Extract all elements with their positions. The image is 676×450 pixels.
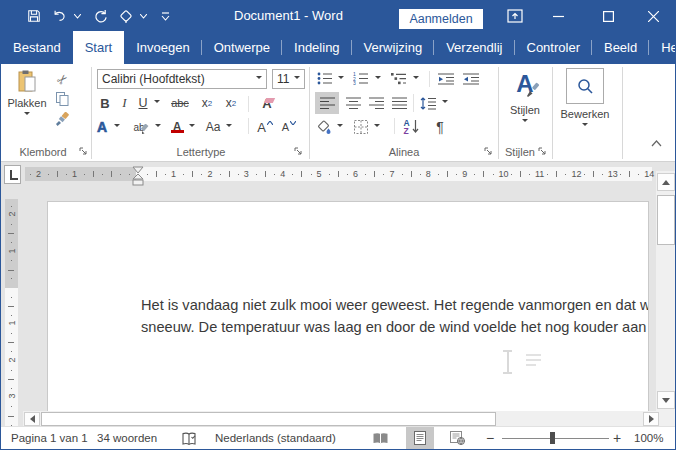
change-case-button[interactable]: Aa: [203, 116, 223, 138]
font-dialog-launcher[interactable]: [294, 147, 304, 157]
multilevel-list-button[interactable]: [389, 69, 409, 88]
touch-mode-button[interactable]: [115, 1, 137, 31]
text-effects-button[interactable]: A: [93, 116, 111, 138]
zoom-slider-track[interactable]: [502, 438, 609, 439]
horizontal-scroll-thumb[interactable]: [41, 412, 496, 426]
strikethrough-button[interactable]: abc: [167, 94, 193, 112]
paragraph-dialog-launcher[interactable]: [484, 147, 494, 157]
zoom-level[interactable]: 100%: [634, 427, 663, 449]
borders-dropdown[interactable]: [372, 116, 382, 138]
zoom-in-button[interactable]: +: [613, 427, 621, 449]
clear-formatting-button[interactable]: A: [255, 94, 279, 112]
scroll-up-button[interactable]: [657, 173, 675, 191]
styles-button[interactable]: A Stijlen: [500, 68, 550, 142]
font-size-combo[interactable]: 11: [272, 69, 305, 89]
show-paragraph-marks-button[interactable]: ¶: [431, 116, 449, 138]
page-indicator[interactable]: Pagina 1 van 1: [11, 427, 88, 449]
font-color-button[interactable]: A: [168, 116, 186, 138]
text-effects-dropdown[interactable]: [112, 116, 122, 138]
read-mode-button[interactable]: [366, 427, 394, 449]
vertical-scroll-thumb[interactable]: [657, 195, 675, 245]
highlight-button[interactable]: ab: [127, 116, 151, 138]
touch-mode-dropdown[interactable]: [137, 1, 149, 31]
numbering-dropdown[interactable]: [373, 69, 383, 88]
language-indicator[interactable]: Nederlands (standaard): [215, 427, 336, 449]
print-layout-button[interactable]: [406, 427, 434, 449]
shading-dropdown[interactable]: [335, 116, 345, 138]
minimize-button[interactable]: [536, 1, 581, 31]
multilevel-dropdown[interactable]: [411, 69, 421, 88]
cut-button[interactable]: ✂: [51, 70, 73, 88]
align-left-button[interactable]: [315, 92, 339, 114]
align-right-button[interactable]: [365, 92, 387, 114]
undo-dropdown[interactable]: [71, 1, 83, 31]
copy-button[interactable]: [51, 90, 73, 108]
editing-button[interactable]: Bewerken: [556, 68, 614, 142]
close-button[interactable]: [631, 1, 676, 31]
collapse-ribbon-button[interactable]: [645, 134, 667, 152]
tab-controleren[interactable]: Controler: [515, 31, 592, 64]
font-color-dropdown[interactable]: [187, 116, 197, 138]
tab-beeld[interactable]: Beeld: [592, 31, 649, 64]
zoom-out-button[interactable]: −: [486, 427, 494, 449]
line-spacing-button[interactable]: [417, 92, 439, 114]
vertical-ruler[interactable]: 21123: [5, 199, 18, 427]
tab-invoegen[interactable]: Invoegen: [124, 31, 202, 64]
save-button[interactable]: [23, 1, 45, 31]
align-center-button[interactable]: [342, 92, 364, 114]
vertical-scrollbar[interactable]: [656, 171, 675, 411]
styles-dialog-launcher[interactable]: [538, 147, 548, 157]
highlight-dropdown[interactable]: [153, 116, 163, 138]
proofing-status[interactable]: [181, 431, 197, 450]
scroll-right-button[interactable]: [643, 412, 659, 426]
subscript-button[interactable]: x2: [197, 94, 217, 112]
tab-help[interactable]: Help: [649, 31, 676, 64]
tab-verwijzingen[interactable]: Verwijzing: [352, 31, 435, 64]
document-text-line[interactable]: sneeuw. De temperatuur was laag en door …: [141, 316, 649, 338]
superscript-button[interactable]: x2: [221, 94, 241, 112]
zoom-slider-thumb[interactable]: [550, 432, 555, 444]
increase-indent-button[interactable]: [460, 69, 482, 88]
undo-button[interactable]: [49, 1, 69, 31]
tab-start[interactable]: Start: [73, 31, 124, 64]
horizontal-ruler[interactable]: 211234567891011121314: [1, 167, 675, 181]
change-case-dropdown[interactable]: [224, 116, 234, 138]
word-count[interactable]: 34 woorden: [97, 427, 157, 449]
scroll-down-button[interactable]: [657, 391, 675, 409]
tab-verzendlijsten[interactable]: Verzendlij: [434, 31, 514, 64]
shading-button[interactable]: [314, 116, 334, 138]
ruler-tick: [11, 315, 12, 316]
italic-button[interactable]: I: [118, 94, 131, 112]
document-text-line[interactable]: Het is vandaag niet zulk mooi weer gewee…: [141, 294, 649, 316]
tab-indeling[interactable]: Indeling: [282, 31, 352, 64]
tab-bestand[interactable]: Bestand: [1, 31, 73, 64]
grow-font-button[interactable]: A: [254, 116, 276, 138]
borders-button[interactable]: [351, 116, 371, 138]
bold-button[interactable]: B: [97, 94, 113, 112]
web-layout-button[interactable]: [443, 427, 471, 449]
scroll-left-button[interactable]: [24, 412, 40, 426]
redo-button[interactable]: [89, 1, 111, 31]
sort-button[interactable]: A Z: [399, 116, 423, 138]
paste-button[interactable]: Plakken: [7, 68, 47, 142]
bullets-dropdown[interactable]: [336, 69, 346, 88]
underline-dropdown[interactable]: [152, 94, 162, 112]
ribbon-display-options-button[interactable]: [504, 1, 526, 31]
document-page[interactable]: Het is vandaag niet zulk mooi weer gewee…: [47, 201, 649, 427]
shrink-font-button[interactable]: A: [278, 116, 300, 138]
maximize-button[interactable]: [586, 1, 631, 31]
font-name-combo[interactable]: Calibri (Hoofdtekst): [97, 69, 267, 89]
clipboard-dialog-launcher[interactable]: [79, 147, 89, 157]
underline-button[interactable]: U: [136, 94, 150, 112]
decrease-indent-button[interactable]: [435, 69, 457, 88]
numbering-button[interactable]: 123: [351, 69, 371, 88]
horizontal-scrollbar[interactable]: [23, 411, 660, 427]
tab-ontwerpen[interactable]: Ontwerpe: [202, 31, 282, 64]
bullets-button[interactable]: [315, 69, 335, 88]
indent-markers[interactable]: [132, 165, 144, 191]
sign-in-button[interactable]: Aanmelden: [399, 9, 483, 29]
customize-qat-button[interactable]: [156, 1, 174, 31]
format-painter-button[interactable]: [51, 110, 73, 128]
line-spacing-dropdown[interactable]: [440, 92, 450, 114]
justify-button[interactable]: [388, 92, 410, 114]
